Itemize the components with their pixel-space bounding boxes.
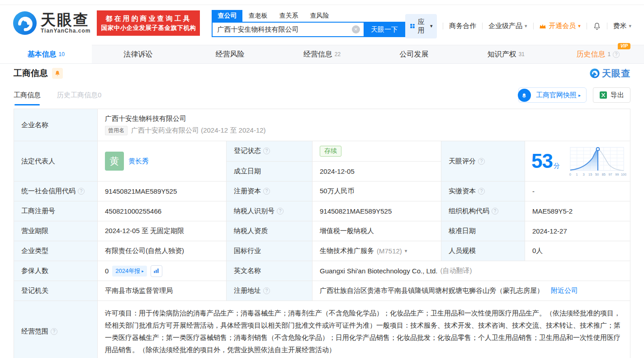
help-icon[interactable]: ? [51,328,57,335]
org-code-value: MAE589Y5-2 [525,201,630,221]
avatar: 黄 [105,152,124,171]
logo-swirl-icon [590,68,600,78]
help-icon[interactable]: ? [263,188,270,195]
search-tab-risk[interactable]: 查风险 [304,10,335,22]
tab-operation-info[interactable]: 经营信息22 [276,45,368,63]
divider [587,23,587,29]
chevron-down-icon[interactable]: ▾ [405,248,407,254]
paid-capital-label: 实缴资本 [449,187,476,196]
insured-count-value: 0 [105,267,109,275]
company-name-label: 企业名称 [14,109,97,141]
tianyancha-logo[interactable]: 天眼查 TianYanCha.com [13,11,90,35]
address-label: 注册地址 [234,286,261,295]
menu-enterprise-products[interactable]: 企业级产品 ▾ [488,22,527,30]
annual-report-tag[interactable]: 2024年报 ▸ [112,266,147,277]
legal-rep-link[interactable]: 黄长秀 [128,157,149,166]
tab-legal-litigation[interactable]: 法律诉讼 [92,45,184,63]
company-type-value: 有限责任公司(自然人独资) [97,241,226,261]
brand-watermark: 天眼查 [590,67,630,80]
score-label: 天眼评分 [449,157,476,166]
industry-code: (M7512) [377,247,402,255]
nearby-companies-link[interactable]: 附近公司 [551,286,578,295]
official-snapshot-button[interactable]: 工商官网快照 ▸ [518,87,587,103]
notifications-bell[interactable] [593,22,601,30]
tab-operation-risk[interactable]: 经营风险 [184,45,276,63]
table-row: 经营范围 ? 许可项目：用于传染病防治的消毒产品生产；消毒器械生产；消毒剂生产（… [14,301,630,358]
help-icon[interactable]: ? [277,208,284,215]
search-block: 查公司 查老板 查关系 查风险 × 天眼一下 [212,9,405,37]
legal-rep-label: 法定代表人 [14,141,97,181]
menu-business-coop[interactable]: 商务合作 [449,22,476,30]
divider [607,23,607,29]
trend-chart-button[interactable] [151,265,162,277]
score-distribution-chart: 0 1 3 15 50 85 97 99 100 [568,145,626,177]
help-icon[interactable]: ? [478,188,485,195]
reg-no-label: 工商注册号 [14,201,97,221]
tab-basic-info[interactable]: 基本信息10 [0,45,92,63]
chevron-right-icon: ▸ [578,93,581,98]
help-icon[interactable]: ? [263,287,270,294]
establish-date-value: 2024-12-05 [312,162,441,181]
chevron-down-icon: ▾ [430,23,433,29]
tab-history-info[interactable]: 历史信息 1 ? VIP [552,45,644,63]
subscribe-bell[interactable] [52,68,63,79]
staff-size-label: 人员规模 [441,241,525,261]
help-icon[interactable]: ? [478,158,485,165]
search-tab-boss[interactable]: 查老板 [242,10,273,22]
authority-value: 平南县市场监督管理局 [97,281,226,301]
apps-label: 应用 [418,18,427,35]
help-icon[interactable]: ? [263,148,270,154]
reg-status-label: 登记状态 [234,147,261,155]
apps-grid-icon [410,22,415,30]
svg-text:100: 100 [621,172,626,177]
search-tab-company[interactable]: 查公司 [212,10,242,22]
chevron-right-icon: ▸ [142,269,144,273]
page: { "header": { "logo_title": "天眼查", "logo… [0,0,644,358]
taxpayer-quality-label: 纳税人资质 [226,221,312,241]
search-tab-relation[interactable]: 查关系 [273,10,304,22]
approval-date-value: 2024-12-27 [525,221,630,241]
term-value: 2024-12-05 至 无固定期限 [97,221,226,241]
user-menu[interactable]: 费米 ▾ [613,22,631,30]
menu-open-vip[interactable]: 开通会员 ▾ [539,22,581,30]
business-info-table: 企业名称 广西十安生物科技有限公司 曾用名 广西十安药业有限公司 (2024-1… [14,109,630,358]
reg-no-value: 450821000255466 [97,201,226,221]
subtab-history-business-info[interactable]: 历史工商信息0 [57,91,101,100]
apps-menu[interactable]: 应用 ▾ [405,14,437,38]
taxpayer-id-value: 91450821MAE589Y525 [312,201,441,221]
stamp-icon [518,89,531,102]
tab-intellectual-property[interactable]: 知识产权31 [460,45,552,63]
help-icon[interactable]: ? [613,51,620,58]
former-name-value: 广西十安药业有限公司 (2024-12 至 2024-12) [131,126,266,135]
svg-text:15: 15 [588,172,592,177]
excel-icon [599,91,607,99]
company-nav-tabs: 基本信息10 法律诉讼 经营风险 经营信息22 公司发展 知识产权31 历史信息… [0,45,644,64]
crown-icon [539,23,546,29]
svg-text:1: 1 [576,172,578,177]
search-input[interactable] [212,22,363,37]
export-button[interactable]: 导出 [593,87,630,103]
section-header: 工商信息 天眼查 [14,64,630,82]
table-row: 统一社会信用代码 ? 91450821MAE589Y525 注册资本 ? 50万… [14,181,630,201]
former-name-tag: 曾用名 [105,126,128,135]
help-icon[interactable]: ? [492,208,498,215]
divider [533,23,534,29]
help-icon[interactable]: ? [78,188,85,195]
search-button[interactable]: 天眼一下 [364,22,405,37]
logo-swirl-icon [13,11,37,35]
promo-line1: 都在用的商业查询工具 [101,14,196,24]
staff-size-value: 0人 [525,241,630,261]
table-row: 企业名称 广西十安生物科技有限公司 曾用名 广西十安药业有限公司 (2024-1… [14,109,630,141]
chevron-down-icon: ▾ [578,23,581,29]
svg-text:3: 3 [582,172,584,177]
logo-title: 天眼查 [41,12,90,28]
reg-capital-value: 50万人民币 [312,181,441,201]
clear-search-icon[interactable]: × [352,25,360,33]
insured-count-label: 参保人数 [14,261,97,281]
scope-label: 经营范围 [21,327,48,336]
establish-date-label: 成立日期 [226,162,312,181]
tab-company-development[interactable]: 公司发展 [368,45,460,63]
logo-subtitle: TianYanCha.com [41,28,90,34]
industry-label: 国标行业 [226,241,312,261]
subtab-business-info[interactable]: 工商信息 [14,91,41,100]
